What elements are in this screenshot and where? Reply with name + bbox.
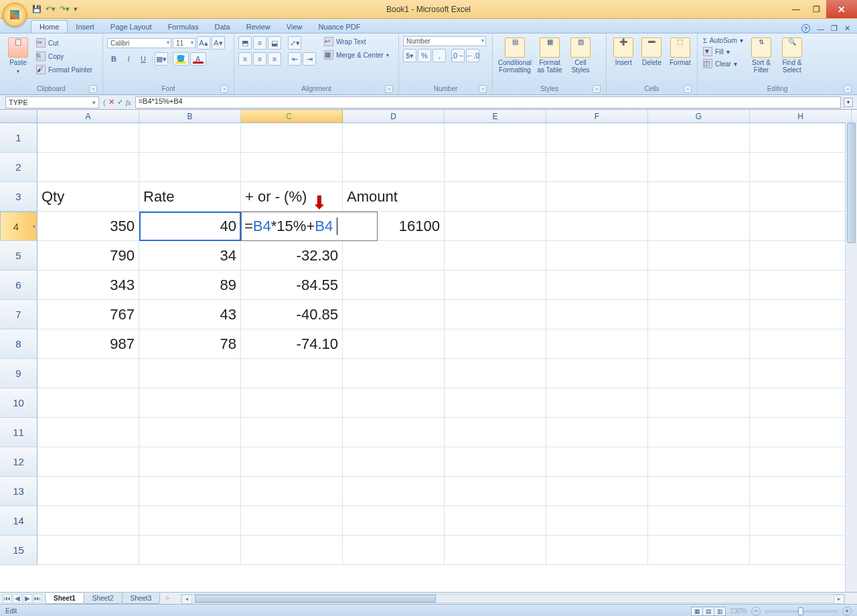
cell-H4[interactable] (750, 212, 852, 241)
insert-function-icon[interactable]: fx (126, 98, 131, 106)
row-header-2[interactable]: 2 (0, 153, 37, 182)
cell-styles-button[interactable]: ▧Cell Styles (566, 36, 595, 84)
cell-B8[interactable]: 78 (139, 329, 241, 359)
cell-F13[interactable] (546, 477, 648, 506)
zoom-in-icon[interactable]: + (842, 607, 852, 616)
increase-decimal-icon[interactable]: .0→ (451, 49, 465, 62)
cell-F2[interactable] (546, 153, 648, 182)
cell-E5[interactable] (445, 241, 546, 271)
row-header-4[interactable]: 4 (0, 212, 37, 241)
cut-button[interactable]: ✂Cut (35, 37, 94, 48)
cell-G6[interactable] (648, 271, 750, 300)
cell-C15[interactable] (241, 536, 343, 565)
sheet-tab-sheet1[interactable]: Sheet1 (45, 593, 84, 604)
cell-G3[interactable] (648, 182, 750, 212)
cell-H5[interactable] (750, 241, 852, 271)
cell-B2[interactable] (139, 153, 241, 182)
cell-A5[interactable]: 790 (37, 241, 139, 271)
align-top-icon[interactable]: ⬒ (238, 36, 252, 50)
cell-G8[interactable] (648, 329, 750, 359)
underline-button[interactable]: U (137, 52, 150, 66)
cell-E10[interactable] (445, 388, 546, 418)
tab-insert[interactable]: Insert (68, 21, 102, 33)
wrap-text-button[interactable]: ↩Wrap Text (323, 36, 390, 47)
cell-C1[interactable] (241, 123, 343, 153)
accounting-format-icon[interactable]: $▾ (403, 49, 416, 62)
ribbon-restore-icon[interactable]: ❐ (831, 24, 838, 33)
cell-C14[interactable] (241, 506, 343, 536)
cell-H8[interactable] (750, 329, 852, 359)
copy-button[interactable]: ⎘Copy (35, 51, 94, 62)
cell-D14[interactable] (343, 506, 445, 536)
cell-C8[interactable]: -74.10 (241, 329, 343, 359)
help-icon[interactable]: ? (801, 24, 810, 33)
bold-button[interactable]: B (107, 52, 121, 66)
cell-G4[interactable] (648, 212, 750, 241)
tab-data[interactable]: Data (206, 21, 238, 33)
cell-D6[interactable] (343, 271, 445, 300)
cell-F6[interactable] (546, 271, 648, 300)
merge-center-button[interactable]: ▦Merge & Center ▾ (323, 50, 390, 60)
cell-A3[interactable]: Qty (37, 182, 139, 212)
new-sheet-button[interactable]: ✧ (159, 593, 175, 603)
cell-E14[interactable] (445, 506, 546, 536)
cell-E12[interactable] (445, 447, 546, 477)
cell-F14[interactable] (546, 506, 648, 536)
cell-F10[interactable] (546, 388, 648, 418)
comma-format-icon[interactable]: , (433, 49, 446, 62)
cell-A10[interactable] (37, 388, 139, 418)
cell-D9[interactable] (343, 359, 445, 388)
sheet-nav-next-icon[interactable]: ▶ (23, 594, 32, 603)
cell-E9[interactable] (445, 359, 546, 388)
cell-E3[interactable] (445, 182, 546, 212)
cell-F7[interactable] (546, 300, 648, 329)
save-icon[interactable]: 💾 (32, 5, 42, 13)
cell-C9[interactable] (241, 359, 343, 388)
minimize-button[interactable]: — (786, 0, 806, 18)
format-as-table-button[interactable]: ▦Format as Table (536, 36, 564, 84)
cell-A1[interactable] (37, 123, 139, 153)
column-header-C[interactable]: C (241, 110, 343, 123)
cell-F15[interactable] (546, 536, 648, 565)
name-box[interactable]: TYPE▾ (5, 96, 99, 108)
align-center-icon[interactable]: ≡ (253, 52, 266, 66)
row-header-5[interactable]: 5 (0, 241, 37, 271)
vertical-scrollbar[interactable] (845, 123, 857, 592)
tab-view[interactable]: View (279, 21, 311, 33)
row-header-10[interactable]: 10 (0, 388, 37, 418)
cell-A2[interactable] (37, 153, 139, 182)
border-button[interactable]: ▦▾ (155, 52, 168, 66)
cell-C11[interactable] (241, 418, 343, 447)
cell-B15[interactable] (139, 536, 241, 565)
row-header-6[interactable]: 6 (0, 271, 37, 300)
cell-B11[interactable] (139, 418, 241, 447)
enter-formula-icon[interactable]: ✓ (117, 98, 123, 106)
cell-F12[interactable] (546, 447, 648, 477)
cell-G12[interactable] (648, 447, 750, 477)
cell-G1[interactable] (648, 123, 750, 153)
cell-F5[interactable] (546, 241, 648, 271)
cell-D1[interactable] (343, 123, 445, 153)
cell-F3[interactable] (546, 182, 648, 212)
cell-H14[interactable] (750, 506, 852, 536)
decrease-decimal-icon[interactable]: ←.0 (466, 49, 479, 62)
cell-A9[interactable] (37, 359, 139, 388)
cell-B10[interactable] (139, 388, 241, 418)
cell-E6[interactable] (445, 271, 546, 300)
cell-C10[interactable] (241, 388, 343, 418)
cell-H13[interactable] (750, 477, 852, 506)
sort-filter-button[interactable]: ⇅Sort & Filter (747, 36, 775, 84)
row-header-1[interactable]: 1 (0, 123, 37, 153)
align-middle-icon[interactable]: ≡ (253, 36, 266, 50)
align-left-icon[interactable]: ≡ (238, 52, 252, 66)
cell-B14[interactable] (139, 506, 241, 536)
zoom-slider[interactable] (765, 610, 838, 613)
active-cell-editor[interactable]: =B4*15%+B4 (241, 212, 378, 241)
cell-H9[interactable] (750, 359, 852, 388)
cell-A14[interactable] (37, 506, 139, 536)
fill-color-button[interactable]: 🪣 (173, 52, 189, 66)
cell-H15[interactable] (750, 536, 852, 565)
cancel-formula-icon[interactable]: ✕ (108, 98, 114, 106)
cell-E4[interactable] (445, 212, 546, 241)
cell-F1[interactable] (546, 123, 648, 153)
